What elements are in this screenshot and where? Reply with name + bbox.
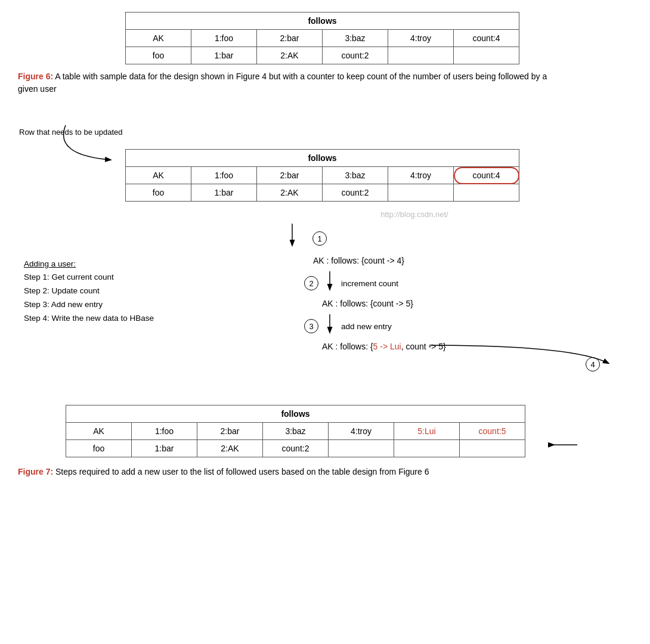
cell: foo — [66, 440, 132, 457]
cell — [460, 440, 525, 457]
list-item: Step 1: Get current count — [24, 271, 221, 284]
cell: 4:troy — [388, 167, 454, 184]
cell: 3:baz — [323, 167, 388, 184]
cell-red: count:5 — [460, 423, 525, 440]
flow-column: 1 AK : follows: {count -> 4} 2 increment… — [221, 224, 632, 351]
adding-user-steps: Adding a user: Step 1: Get current count… — [18, 224, 221, 351]
cell: foo — [126, 47, 191, 64]
step3-label: add new entry — [341, 322, 392, 331]
cell: count:4 — [454, 30, 519, 47]
table-row: foo 1:bar 2:AK count:2 — [126, 47, 519, 64]
cell — [329, 440, 394, 457]
cell: foo — [126, 184, 191, 202]
cell — [454, 184, 519, 202]
circled-cell: count:4 — [454, 167, 519, 184]
cell: 1:bar — [132, 440, 197, 457]
figure6-section: follows AK 1:foo 2:bar 3:baz 4:troy coun… — [18, 12, 632, 95]
two-col-layout: Adding a user: Step 1: Get current count… — [18, 224, 632, 351]
step1-arrow-svg — [274, 224, 310, 253]
cell: 4:troy — [388, 30, 454, 47]
cell: AK — [126, 30, 191, 47]
step1-badge-row: 1 — [227, 224, 327, 253]
step2-label: increment count — [341, 279, 398, 288]
diagram-table-wrapper: follows AK 1:foo 2:bar 3:baz 4:troy coun… — [125, 149, 632, 202]
cell: 2:AK — [197, 440, 263, 457]
table-row: AK 1:foo 2:bar 3:baz 4:troy 5:Lui count:… — [66, 423, 525, 440]
cell: 4:troy — [329, 423, 394, 440]
fig7-header: follows — [66, 405, 525, 423]
cell: count:2 — [323, 184, 388, 202]
figure6-table-wrapper: follows AK 1:foo 2:bar 3:baz 4:troy coun… — [125, 12, 632, 64]
row-needs-update-label: Row that needs to be updated — [19, 128, 122, 137]
cell — [388, 47, 454, 64]
step1-text: AK : follows: {count -> 4} — [313, 256, 404, 265]
step3-arrow-svg — [321, 314, 339, 338]
step2-text: AK : follows: {count -> 5} — [322, 299, 632, 308]
cell: count:2 — [263, 440, 329, 457]
figure7-table: follows AK 1:foo 2:bar 3:baz 4:troy 5:Lu… — [66, 405, 525, 457]
diag-header: follows — [126, 150, 519, 167]
cell — [454, 47, 519, 64]
left-arrow-svg — [547, 436, 583, 454]
table-row: AK 1:foo 2:bar 3:baz 4:troy count:4 — [126, 30, 519, 47]
table-row: AK 1:foo 2:bar 3:baz 4:troy count:4 — [126, 167, 519, 184]
diagram-section: Row that needs to be updated follows AK … — [18, 107, 632, 387]
cell — [394, 440, 460, 457]
figure6-caption: Figure 6: A table with sample data for t… — [18, 70, 555, 95]
step2-badge: 2 — [304, 276, 318, 290]
cell-red: 5:Lui — [394, 423, 460, 440]
step2-arrow-svg — [321, 271, 339, 295]
figure7-caption: Figure 7: Steps required to add a new us… — [18, 466, 555, 478]
table-row: foo 1:bar 2:AK count:2 — [66, 440, 525, 457]
cell: 2:AK — [257, 184, 323, 202]
list-item: Step 2: Update count — [24, 284, 221, 298]
step1-badge: 1 — [312, 231, 327, 246]
step2-group: 2 increment count — [304, 271, 632, 295]
list-item: Step 4: Write the new data to HBase — [24, 312, 221, 326]
annotation-wrapper: Row that needs to be updated — [18, 125, 632, 143]
figure6-caption-text: A table with sample data for the design … — [18, 72, 547, 94]
cell: 2:bar — [197, 423, 263, 440]
list-item: Step 3: Add new entry — [24, 298, 221, 312]
steps-list: Step 1: Get current count Step 2: Update… — [24, 271, 221, 326]
cell: AK — [126, 167, 191, 184]
cell: 3:baz — [263, 423, 329, 440]
figure7-caption-bold: Figure 7: — [18, 467, 53, 476]
step1-group: 1 AK : follows: {count -> 4} — [227, 224, 632, 265]
cell — [388, 184, 454, 202]
cell: 2:AK — [257, 47, 323, 64]
cell: 3:baz — [323, 30, 388, 47]
fig6-header: follows — [126, 13, 519, 30]
table-row: foo 1:bar 2:AK count:2 — [126, 184, 519, 202]
cell: count:2 — [323, 47, 388, 64]
curve-arrow-svg — [394, 339, 632, 375]
step3-badge: 3 — [304, 319, 318, 333]
watermark: http://blog.csdn.net/ — [197, 210, 632, 219]
cell: 2:bar — [257, 30, 323, 47]
diagram-table: follows AK 1:foo 2:bar 3:baz 4:troy coun… — [125, 149, 519, 202]
cell: 1:bar — [191, 47, 257, 64]
cell: 1:foo — [191, 30, 257, 47]
cell: AK — [66, 423, 132, 440]
figure6-caption-bold: Figure 6: — [18, 72, 53, 81]
figure7-caption-text: Steps required to add a new user to the … — [53, 467, 429, 476]
cell: 1:foo — [191, 167, 257, 184]
adding-user-title: Adding a user: — [24, 259, 221, 268]
cell: 2:bar — [257, 167, 323, 184]
step3-prefix: AK : follows: { — [322, 342, 373, 351]
step3-group: 3 add new entry — [304, 314, 632, 338]
cell: 1:foo — [132, 423, 197, 440]
figure6-table: follows AK 1:foo 2:bar 3:baz 4:troy coun… — [125, 12, 519, 64]
cell: 1:bar — [191, 184, 257, 202]
